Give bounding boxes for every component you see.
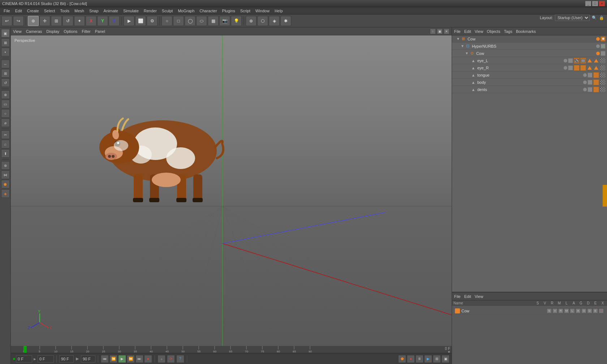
menu-character[interactable]: Character — [197, 8, 219, 14]
om-file[interactable]: File — [454, 29, 461, 34]
plane-button[interactable]: ▦ — [208, 16, 219, 26]
menu-tools[interactable]: Tools — [58, 8, 72, 14]
vp-menu-display[interactable]: Display — [46, 29, 59, 34]
loop-button[interactable]: ⟳ — [167, 355, 175, 363]
menu-edit[interactable]: Edit — [13, 8, 24, 14]
tool-rotate-button[interactable]: ↺ — [1, 78, 10, 87]
am-row-cow[interactable]: Cow S V R M L A G D E × — [453, 307, 606, 315]
record-button[interactable]: ● — [144, 355, 152, 363]
tool-select-live-button[interactable]: ⊕ — [1, 90, 10, 99]
pause-button[interactable]: ⏸ — [416, 355, 423, 363]
tag-tex-eye-l[interactable] — [574, 58, 580, 64]
tool-select-free-button[interactable]: ⌀ — [1, 118, 10, 127]
boole-button[interactable]: ⊕ — [246, 16, 257, 26]
am-ctrl-d[interactable]: D — [587, 308, 592, 313]
am-ctrl-m[interactable]: M — [564, 308, 569, 313]
tag-checker-tongue[interactable] — [600, 72, 606, 78]
am-file[interactable]: File — [454, 294, 461, 299]
menu-animate[interactable]: Animate — [102, 8, 120, 14]
play-button[interactable]: ▶ — [118, 355, 126, 363]
am-ctrl-x[interactable]: × — [599, 308, 604, 313]
light-button[interactable]: 💡 — [231, 16, 242, 26]
select-tool-button[interactable]: ⊕ — [28, 16, 39, 26]
xpresso-button[interactable]: ✱ — [280, 16, 291, 26]
tool-move-button[interactable]: ↔ — [1, 60, 10, 68]
om-row-eye-l[interactable]: ▲ eye_L — [452, 57, 607, 64]
menu-select[interactable]: Select — [42, 8, 57, 14]
vp-ctrl-3[interactable]: ✕ — [444, 29, 449, 34]
om-btn-eye-r[interactable] — [568, 65, 573, 70]
tag-checker[interactable] — [600, 58, 606, 64]
menu-file[interactable]: File — [1, 8, 12, 14]
move-tool-button[interactable]: ✛ — [39, 16, 50, 26]
am-ctrl-a[interactable]: A — [576, 308, 581, 313]
om-dot-tongue[interactable] — [583, 73, 587, 77]
frame-offset-input[interactable] — [38, 355, 54, 363]
om-dot-eye-r[interactable] — [564, 66, 567, 70]
tool-paint-button[interactable]: ⬟ — [1, 180, 10, 188]
layout-select[interactable]: Startup (User) — [555, 14, 590, 21]
om-row-eye-r[interactable]: ▲ eye_R — [452, 64, 607, 72]
cylinder-button[interactable]: ⬭ — [196, 16, 207, 26]
menu-script[interactable]: Script — [238, 8, 253, 14]
mode-texture-button[interactable]: ⊠ — [1, 38, 10, 47]
vp-menu-view[interactable]: View — [13, 29, 22, 34]
current-frame-input[interactable] — [16, 355, 32, 363]
am-ctrl-r[interactable]: R — [558, 308, 563, 313]
undo-button[interactable]: ↩ — [1, 16, 12, 26]
redo-button[interactable]: ↪ — [13, 16, 24, 26]
vp-ctrl-2[interactable]: ▣ — [437, 29, 443, 34]
maximize-btn[interactable]: □ — [592, 1, 598, 6]
am-ctrl-s[interactable]: S — [547, 308, 552, 313]
tag-checker-r[interactable] — [600, 65, 606, 71]
timeline-ruler[interactable]: 0 5 10 15 20 25 30 35 40 45 50 — [11, 346, 452, 353]
z-axis-button[interactable]: Z — [109, 16, 120, 26]
menu-sculpt[interactable]: Sculpt — [160, 8, 175, 14]
am-edit[interactable]: Edit — [464, 294, 471, 299]
menu-plugins[interactable]: Plugins — [220, 8, 237, 14]
x-axis-button[interactable]: X — [86, 16, 96, 26]
om-row-dents[interactable]: ▲ dents — [452, 86, 607, 93]
om-btn-eye-l[interactable] — [568, 58, 573, 63]
deform-button[interactable]: ◈ — [269, 16, 280, 26]
tag-tex-eye-r[interactable] — [574, 65, 580, 71]
vp-menu-options[interactable]: Options — [64, 29, 77, 34]
om-dot-hn[interactable] — [596, 44, 600, 48]
playhead[interactable] — [24, 346, 27, 353]
loft-button[interactable]: ⬡ — [257, 16, 268, 26]
om-edit[interactable]: Edit — [464, 29, 471, 34]
om-obj-btn[interactable]: ⬟ — [600, 36, 606, 42]
menu-mesh[interactable]: Mesh — [72, 8, 86, 14]
window-controls[interactable]: _ □ × — [585, 1, 605, 6]
tool-scale-button[interactable]: ⊞ — [1, 69, 10, 78]
vp-menu-cameras[interactable]: Cameras — [26, 29, 42, 34]
om-row-body[interactable]: ▲ body — [452, 79, 607, 86]
scale-tool-button[interactable]: ⊞ — [51, 16, 62, 26]
tool-bridge-button[interactable]: ⌂ — [1, 140, 10, 148]
mode-point-button[interactable]: • — [1, 48, 10, 56]
menu-window[interactable]: Window — [253, 8, 272, 14]
fps-input[interactable] — [59, 355, 74, 363]
tag-tri-1[interactable] — [587, 59, 592, 62]
grid-toggle-button[interactable]: ⊞ — [433, 355, 441, 363]
render-settings-button[interactable]: ⚙ — [147, 16, 158, 26]
tool-color-button[interactable]: ◈ — [1, 189, 10, 198]
help-button[interactable]: ? — [176, 355, 184, 363]
view-toggle-button[interactable]: ▣ — [442, 355, 449, 363]
am-ctrl-g[interactable]: G — [581, 308, 586, 313]
play-back-button[interactable]: ⏪ — [109, 355, 117, 363]
y-axis-button[interactable]: Y — [97, 16, 108, 26]
menu-help[interactable]: Help — [272, 8, 285, 14]
render-button[interactable]: ⬜ — [135, 16, 146, 26]
null-object-button[interactable]: ○ — [162, 16, 172, 26]
am-ctrl-e[interactable]: E — [593, 308, 598, 313]
am-ctrl-l[interactable]: L — [570, 308, 575, 313]
tag-deform-eye-l[interactable] — [580, 58, 586, 64]
right-scroll-tab[interactable] — [603, 185, 607, 207]
layout-lock-icon[interactable]: 🔒 — [599, 16, 604, 20]
tag-checker-body[interactable] — [600, 79, 606, 85]
am-view[interactable]: View — [475, 294, 483, 299]
om-check-hn[interactable]: ✓ — [600, 44, 606, 49]
cube-button[interactable]: □ — [173, 16, 184, 26]
om-dot-cow-sub[interactable] — [596, 52, 600, 55]
